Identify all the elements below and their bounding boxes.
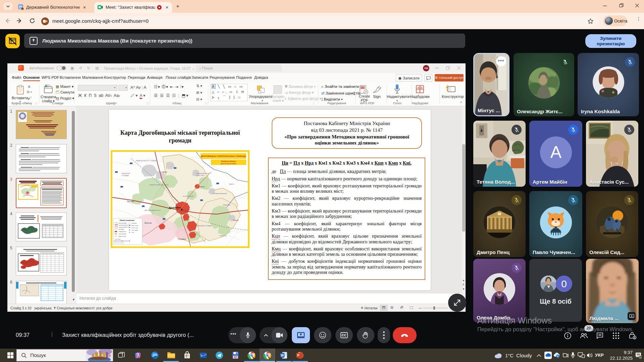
svg-text:Летня: Летня — [200, 186, 205, 188]
svg-text:Раневичі: Раневичі — [185, 209, 191, 210]
svg-text:Трускавець: Трускавець — [178, 238, 186, 240]
svg-text:Нагуєвичі: Нагуєвичі — [127, 201, 134, 202]
svg-text:PDF: PDF — [361, 87, 365, 89]
svg-text:стар. округи: стар. округи — [131, 230, 138, 231]
svg-text:P: P — [297, 354, 300, 357]
svg-text:СХІДНИЦЯ: СХІДНИЦЯ — [219, 235, 226, 237]
svg-text:села: села — [131, 232, 134, 233]
svg-text:МЕДЕНИЧІ: МЕДЕНИЧІ — [223, 204, 230, 206]
svg-text:СТАР. ОКРУГ: СТАР. ОКРУГ — [196, 175, 205, 176]
svg-text:0 2,5 5 км: 0 2,5 5 км — [115, 239, 120, 240]
svg-text:Лішня: Лішня — [163, 171, 167, 173]
svg-text:Львівська область: Львівська область — [221, 160, 236, 162]
svg-text:ДОБРІВЛЯНСЬКИЙ: ДОБРІВЛЯНСЬКИЙ — [196, 173, 209, 174]
svg-text:МИХАЙЛЕВИЦЬКИЙ: МИХАЙЛЕВИЦЬКИЙ — [213, 193, 227, 194]
svg-text:Умовні позначення: Умовні позначення — [120, 220, 135, 221]
svg-text:Рихтичі: Рихтичі — [233, 220, 238, 221]
svg-text:БОЛЕХІВСЬКИЙ: БОЛЕХІВСЬКИЙ — [183, 195, 194, 197]
svg-text:МАЛІВСЬКА: МАЛІВСЬКА — [122, 173, 130, 174]
svg-text:забудова міст: забудова міст — [119, 231, 126, 232]
svg-text:Дрогобич: Дрогобич — [169, 206, 181, 209]
svg-text:межа громади: межа громади — [119, 223, 126, 224]
svg-text:РАЙОН: РАЙОН — [229, 183, 234, 185]
svg-text:територія: територія — [131, 223, 137, 224]
svg-text:автошляхи місц. знач.: автошляхи місц. знач. — [119, 227, 131, 228]
svg-text:НАГУЄВИЦЬКИЙ ОКРУГ: НАГУЄВИЦЬКИЙ ОКРУГ — [145, 209, 161, 211]
svg-text:СТЕБНИЦЬКА ГРОМАДА: СТЕБНИЦЬКА ГРОМАДА — [195, 225, 212, 227]
svg-text:Дрогобицький район: Дрогобицький район — [221, 163, 236, 165]
svg-text:залізниця: залізниця — [119, 229, 124, 230]
svg-text:Масштаб 1:120 000: Масштаб 1:120 000 — [115, 242, 124, 244]
svg-text:1: 1 — [640, 356, 641, 358]
svg-text:ГРОМАДА: ГРОМАДА — [122, 175, 128, 176]
svg-text:НАВАРІЙСЬКА ТЕР. ГРОМАДА: НАВАРІЙСЬКА ТЕР. ГРОМАДА — [136, 160, 156, 162]
svg-text:Борислав: Борислав — [145, 222, 152, 224]
svg-text:адмін. центр: адмін. центр — [131, 225, 138, 226]
svg-text:ЛІШНЯНСЬКИЙ СТАР. ОКРУГ: ЛІШНЯНСЬКИЙ СТАР. ОКРУГ — [149, 184, 169, 186]
svg-text:курортні зони: курортні зони — [119, 236, 126, 237]
svg-text:W: W — [281, 354, 284, 357]
svg-text:м. обл. знач.: м. обл. знач. — [131, 227, 138, 229]
svg-text:лісові масиви: лісові масиви — [119, 233, 126, 235]
svg-text:ДРОГОБИЦЬКА ТЕРИТОРІАЛЬНА ГРОМ: ДРОГОБИЦЬКА ТЕРИТОРІАЛЬНА ГРОМАДА — [201, 155, 246, 157]
